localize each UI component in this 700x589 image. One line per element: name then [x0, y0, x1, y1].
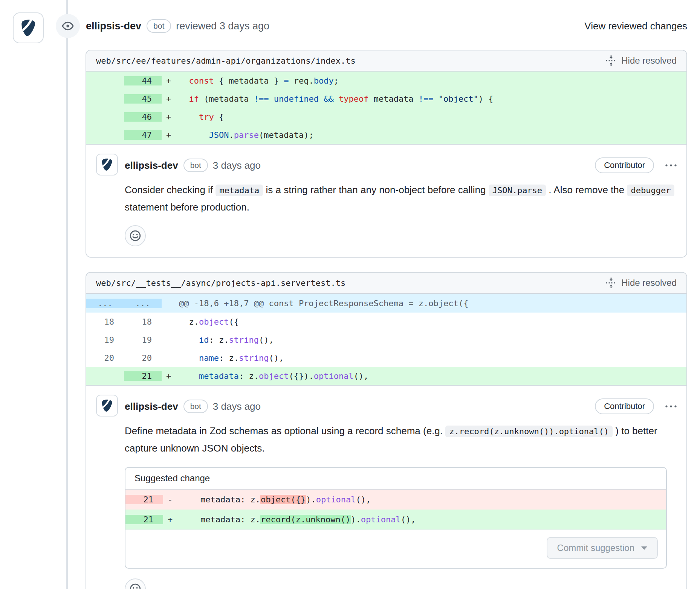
- code-segment: ;: [334, 76, 339, 85]
- new-line-number: 47: [124, 130, 162, 140]
- comment-header: ellipsis-dev bot 3 days ago Contributor: [125, 395, 678, 417]
- bot-badge: bot: [183, 400, 208, 413]
- comment-timestamp[interactable]: 3 days ago: [213, 401, 261, 412]
- diff-block: 44+ const { metadata } = req.body;45+ if…: [86, 72, 686, 145]
- old-line-number: 20: [86, 353, 124, 363]
- code-segment: ({: [229, 317, 239, 327]
- code-line: metadata: z.record(z.unknown()).optional…: [180, 515, 666, 524]
- code-segment: ).: [306, 495, 316, 504]
- comment-menu-button[interactable]: [664, 402, 678, 411]
- comment-menu-button[interactable]: [664, 161, 678, 170]
- code-line: JSON.parse(metadata);: [179, 130, 686, 140]
- code-segment: [179, 94, 189, 104]
- diff-line: 21+ metadata: z.object({}).optional(),: [86, 367, 686, 385]
- comment-header: ellipsis-dev bot 3 days ago Contributor: [125, 154, 678, 176]
- diff-line: 44+ const { metadata } = req.body;: [86, 72, 686, 90]
- contributor-badge: Contributor: [595, 398, 654, 414]
- thread-card-projects-api-test: web/src/__tests__/async/projects-api.ser…: [86, 272, 687, 589]
- file-path-link[interactable]: web/src/__tests__/async/projects-api.ser…: [96, 278, 345, 288]
- code-segment: : z.: [209, 335, 229, 345]
- code-segment: metadata: [199, 371, 239, 381]
- code-segment: object: [199, 317, 229, 327]
- comment-body: Consider checking if metadata is a strin…: [125, 182, 678, 215]
- comment-avatar[interactable]: [96, 395, 118, 417]
- hide-resolved-button[interactable]: Hide resolved: [605, 277, 677, 288]
- file-path-link[interactable]: web/src/ee/features/admin-api/organizati…: [96, 56, 356, 66]
- smiley-icon: [129, 583, 141, 589]
- comment-timestamp[interactable]: 3 days ago: [213, 160, 261, 171]
- code-segment: record(z.unknown(): [260, 515, 351, 524]
- diff-line: 47+ JSON.parse(metadata);: [86, 126, 686, 144]
- new-line-number: 20: [124, 353, 162, 363]
- eye-badge: [56, 14, 80, 38]
- ellipsis-dev-logo-icon: [99, 398, 115, 413]
- code-line: id: z.string(),: [179, 335, 686, 345]
- hide-resolved-button[interactable]: Hide resolved: [605, 55, 677, 66]
- old-line-number: 19: [86, 335, 124, 345]
- hide-resolved-label: Hide resolved: [621, 55, 677, 66]
- code-segment: optional: [316, 495, 356, 504]
- file-header: web/src/__tests__/async/projects-api.ser…: [86, 273, 686, 294]
- new-line-number: 18: [124, 317, 162, 327]
- code-segment: JSON: [209, 130, 229, 140]
- code-segment: string: [229, 335, 258, 345]
- code-segment: [179, 371, 199, 381]
- new-line-number: 21: [124, 371, 162, 381]
- review-action-text: reviewed 3 days ago: [176, 20, 269, 32]
- add-reaction-button[interactable]: [125, 578, 146, 589]
- comment-author[interactable]: ellipsis-dev: [125, 401, 178, 412]
- diff-line: ......@@ -18,6 +18,7 @@ const ProjectRes…: [86, 294, 686, 313]
- suggested-change-diff: 21- metadata: z.object({}).optional(),21…: [125, 490, 666, 530]
- fold-icon: [605, 277, 617, 288]
- code-segment: : z.: [239, 371, 259, 381]
- code-segment: typeof: [339, 94, 368, 104]
- ellipsis-dev-logo-icon: [99, 157, 115, 172]
- code-segment: const: [189, 76, 214, 85]
- code-line: try {: [179, 112, 686, 122]
- kebab-icon: [665, 163, 677, 168]
- code-segment: (),: [354, 371, 369, 381]
- inline-code: debugger: [627, 185, 674, 196]
- suggested-change-block: Suggested change 21- metadata: z.object(…: [125, 467, 667, 569]
- code-segment: (),: [356, 495, 371, 504]
- diff-line: 45+ if (metadata !== undefined && typeof…: [86, 90, 686, 108]
- smiley-icon: [129, 230, 141, 242]
- view-reviewed-changes-link[interactable]: View reviewed changes: [584, 20, 687, 32]
- code-segment: id: [199, 335, 209, 345]
- suggestion-line: 21+ metadata: z.record(z.unknown()).opti…: [125, 510, 666, 529]
- commit-suggestion-button[interactable]: Commit suggestion: [547, 537, 658, 559]
- comment-author[interactable]: ellipsis-dev: [125, 160, 178, 171]
- diff-marker: +: [163, 515, 180, 524]
- new-line-number: 44: [124, 76, 162, 85]
- suggestion-line: 21- metadata: z.object({}).optional(),: [125, 490, 666, 510]
- code-segment: .: [229, 130, 234, 140]
- code-segment: optional: [314, 371, 354, 381]
- code-segment: parse: [234, 130, 259, 140]
- code-segment: [334, 94, 339, 104]
- diff-marker: -: [163, 495, 180, 504]
- new-line-number: 19: [124, 335, 162, 345]
- diff-marker: +: [162, 112, 179, 122]
- code-segment: ({}).: [289, 371, 313, 381]
- line-number: 21: [125, 495, 163, 504]
- inline-code: JSON.parse: [489, 185, 546, 196]
- code-segment: name: [199, 353, 219, 363]
- code-segment: @@ -18,6 +18,7 @@ const ProjectResponseS…: [179, 299, 468, 308]
- code-segment: [179, 353, 199, 363]
- code-segment: req.: [289, 76, 313, 85]
- timeline-line: [66, 0, 68, 589]
- code-segment: (metadata);: [259, 130, 314, 140]
- reviewer-name[interactable]: ellipsis-dev: [86, 20, 141, 32]
- add-reaction-button[interactable]: [125, 225, 146, 246]
- code-segment: : z.: [219, 353, 239, 363]
- inline-code: z.record(z.unknown()).optional(): [445, 426, 613, 437]
- diff-line: 46+ try {: [86, 108, 686, 126]
- comment-body: Define metadata in Zod schemas as option…: [125, 423, 678, 456]
- comment-avatar[interactable]: [96, 154, 118, 175]
- code-segment: (),: [259, 335, 274, 345]
- code-line: name: z.string(),: [179, 353, 686, 363]
- reviewer-avatar[interactable]: [13, 12, 44, 43]
- bot-badge: bot: [183, 159, 208, 172]
- diff-marker: +: [162, 130, 179, 140]
- code-segment: !==: [419, 94, 434, 104]
